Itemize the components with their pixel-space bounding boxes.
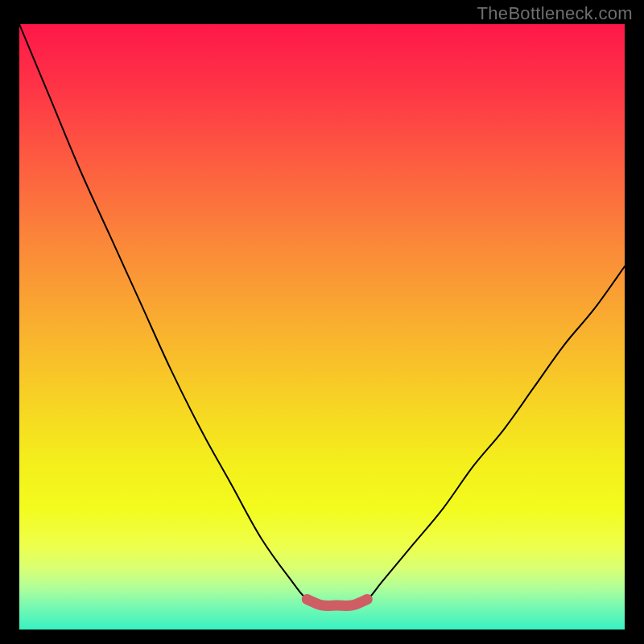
watermark-text: TheBottleneck.com bbox=[477, 3, 633, 24]
tolerance-band bbox=[307, 599, 367, 605]
gradient-background bbox=[19, 24, 625, 630]
chart-stage: TheBottleneck.com bbox=[0, 0, 644, 644]
chart-svg bbox=[19, 24, 625, 630]
bottleneck-plot bbox=[19, 24, 625, 630]
